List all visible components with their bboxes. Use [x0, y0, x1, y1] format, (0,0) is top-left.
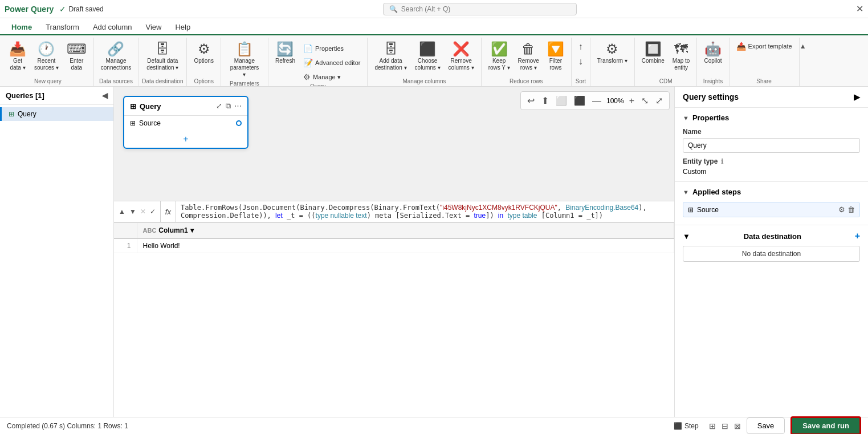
default-data-dest-button[interactable]: 🗄 Default datadestination ▾	[143, 40, 182, 74]
query-table-icon: ⊞	[9, 110, 14, 118]
ribbon-group-new-query: 📥 Getdata ▾ 🕐 Recentsources ▾ ⌨ Enterdat…	[2, 38, 94, 86]
entity-type-value: Custom	[683, 168, 860, 176]
properties-label: Properties	[315, 45, 344, 52]
draft-saved-text: Draft saved	[68, 5, 103, 13]
applied-step-source[interactable]: ⊞ Source ⚙ 🗑	[683, 202, 860, 217]
remove-rows-button[interactable]: 🗑 Removerows ▾	[515, 40, 543, 74]
refresh-button[interactable]: 🔄 Refresh	[272, 40, 299, 67]
properties-icon: 📄	[303, 44, 313, 53]
search-bar[interactable]: 🔍	[383, 3, 577, 15]
ribbon-items-parameters: 📋 Manageparameters ▾	[225, 38, 264, 80]
delete-step-button[interactable]: ✕	[139, 206, 147, 217]
menu-item-home[interactable]: Home	[5, 20, 39, 35]
map-to-entity-button[interactable]: 🗺 Map toentity	[669, 40, 694, 74]
remove-rows-icon: 🗑	[521, 42, 535, 56]
sort-asc-button[interactable]: ↑	[575, 40, 586, 54]
save-and-run-button[interactable]: Save and run	[790, 416, 861, 434]
ribbon-collapse-btn[interactable]: ▲	[800, 38, 806, 86]
more-card-icon[interactable]: ⋯	[234, 102, 242, 111]
ribbon-group-manage-columns: 🗄 Add datadestination ▾ ⬛ Choosecolumns …	[368, 38, 481, 86]
settings-expand-icon[interactable]: ▶	[854, 92, 860, 102]
entity-type-info-icon: ℹ	[721, 157, 724, 165]
column1-header-content: ABC Column1 ▾	[143, 226, 669, 234]
zoom-in-button[interactable]: +	[627, 94, 636, 108]
save-button[interactable]: Save	[747, 417, 785, 434]
copilot-button[interactable]: 🤖 Copilot	[700, 40, 725, 67]
add-step-button[interactable]: +	[124, 131, 247, 148]
copy-card-icon[interactable]: ⧉	[226, 102, 231, 111]
properties-section-title[interactable]: ▼ Properties	[683, 113, 860, 122]
combine-button[interactable]: 🔲 Combine	[638, 40, 668, 67]
menu-item-help[interactable]: Help	[168, 20, 197, 35]
query-item-label: Query	[18, 110, 36, 118]
ribbon-group-insights: 🤖 Copilot Insights	[697, 38, 729, 86]
split-view-button[interactable]: ⬛	[572, 94, 587, 108]
queries-collapse-button[interactable]: ◀	[102, 91, 108, 100]
ribbon-group-parameters: 📋 Manageparameters ▾ Parameters	[221, 38, 268, 86]
entity-type-label: Entity type	[683, 157, 718, 165]
sort-desc-button[interactable]: ↓	[575, 55, 586, 68]
column1-filter-icon[interactable]: ▾	[190, 226, 194, 234]
export-template-button[interactable]: 📤 Export template	[733, 40, 796, 52]
get-data-icon: 📥	[9, 42, 26, 56]
menu-item-transform[interactable]: Transform	[39, 20, 86, 35]
expand-card-icon[interactable]: ⤢	[216, 102, 222, 111]
fit-view-button[interactable]: ⤡	[639, 94, 650, 108]
diagram-view-button[interactable]: ⬜	[554, 94, 569, 108]
menu-item-add-column[interactable]: Add column	[86, 20, 139, 35]
ribbon-group-transform: ⚙ Transform ▾	[590, 38, 635, 86]
accept-step-button[interactable]: ✓	[149, 206, 157, 217]
advanced-editor-button[interactable]: 📝 Advanced editor	[300, 56, 364, 69]
properties-button[interactable]: 📄 Properties	[300, 42, 364, 55]
choose-columns-label: Choosecolumns ▾	[415, 58, 441, 71]
applied-steps-chevron-icon: ▼	[683, 189, 689, 196]
name-input[interactable]	[683, 138, 860, 153]
step-view-button[interactable]: ⬛ Step	[669, 420, 703, 432]
query-list-item[interactable]: ⊞ Query	[0, 107, 113, 121]
data-dest-title[interactable]: ▼ Data destination +	[683, 231, 860, 241]
zoom-out-button[interactable]: —	[590, 94, 603, 108]
filter-rows-button[interactable]: 🔽 Filterrows	[544, 40, 568, 74]
query-card-name: Query	[140, 102, 161, 111]
keep-rows-button[interactable]: ✅ Keeprows Y ▾	[485, 40, 514, 74]
ribbon-items-manage-columns: 🗄 Add datadestination ▾ ⬛ Choosecolumns …	[371, 38, 477, 78]
sort-desc-icon: ↓	[578, 56, 583, 67]
step-delete-icon[interactable]: 🗑	[847, 205, 855, 214]
ribbon-items-reduce-rows: ✅ Keeprows Y ▾ 🗑 Removerows ▾ 🔽 Filterro…	[485, 38, 568, 78]
choose-columns-button[interactable]: ⬛ Choosecolumns ▾	[411, 40, 444, 74]
diagram-toolbar: ↩ ⬆ ⬜ ⬛ — 100% + ⤡ ⤢	[520, 91, 670, 110]
get-data-button[interactable]: 📥 Getdata ▾	[6, 40, 30, 74]
enter-data-button[interactable]: ⌨ Enterdata	[63, 40, 90, 74]
query-card-step-source[interactable]: ⊞ Source	[124, 116, 247, 131]
expand-button[interactable]: ⤢	[654, 94, 665, 108]
table-body: 1 Hello World!	[114, 238, 674, 253]
options-button[interactable]: ⚙ Options	[190, 40, 217, 67]
recent-sources-icon: 🕐	[38, 42, 55, 56]
nav-up-button[interactable]: ▲	[117, 206, 127, 217]
nav-down-button[interactable]: ▼	[128, 206, 137, 217]
data-dest-add-button[interactable]: +	[855, 231, 860, 241]
step-settings-icon[interactable]: ⚙	[838, 205, 845, 214]
search-input[interactable]	[401, 5, 549, 13]
query-card: ⊞ Query ⤢ ⧉ ⋯ ⊞ Source +	[123, 96, 248, 149]
column1-header[interactable]: ABC Column1 ▾	[137, 223, 674, 238]
applied-steps-title[interactable]: ▼ Applied steps	[683, 188, 860, 196]
enter-data-icon: ⌨	[67, 42, 87, 56]
transform-button[interactable]: ⚙ Transform ▾	[594, 40, 631, 67]
no-data-dest-button[interactable]: No data destination	[683, 246, 860, 262]
redo-button[interactable]: ⬆	[540, 94, 551, 108]
formula-bar: ▲ ▼ ✕ ✓ fx Table.FromRows(Json.Document(…	[114, 201, 674, 222]
undo-button[interactable]: ↩	[525, 94, 536, 108]
advanced-editor-label: Advanced editor	[315, 59, 361, 66]
add-data-dest-button[interactable]: 🗄 Add datadestination ▾	[371, 40, 410, 74]
remove-columns-button[interactable]: ❌ Removecolumns ▾	[445, 40, 478, 74]
manage-button[interactable]: ⚙ Manage ▾	[300, 71, 364, 83]
manage-connections-button[interactable]: 🔗 Manageconnections	[97, 40, 135, 74]
fx-label: fx	[161, 201, 176, 222]
menu-bar: Home Transform Add column View Help	[0, 18, 868, 35]
recent-sources-button[interactable]: 🕐 Recentsources ▾	[31, 40, 62, 74]
close-button[interactable]: ✕	[856, 3, 863, 14]
menu-item-view[interactable]: View	[139, 20, 169, 35]
manage-params-button[interactable]: 📋 Manageparameters ▾	[225, 40, 264, 80]
entity-type-value-text: Custom	[683, 168, 706, 176]
